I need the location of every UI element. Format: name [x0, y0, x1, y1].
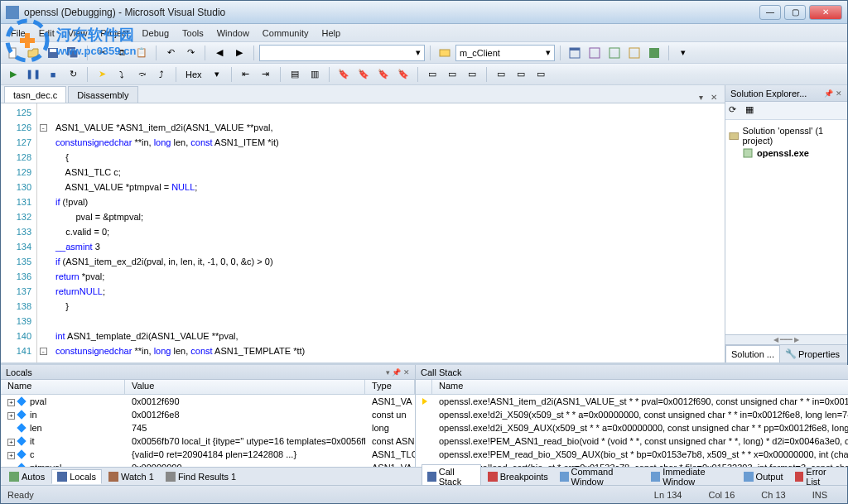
col-stack-name[interactable]: Name: [432, 380, 848, 394]
uncomment-button[interactable]: ▥: [306, 65, 324, 84]
undo-button[interactable]: ↶: [161, 44, 180, 62]
find-combo[interactable]: ▾: [259, 45, 425, 61]
solution-tb-icon[interactable]: ⟳: [729, 104, 742, 118]
win5-icon[interactable]: [645, 44, 663, 62]
debug-dropdown[interactable]: ▾: [208, 65, 226, 84]
tab-find-results[interactable]: Find Results 1: [161, 470, 241, 483]
tab-autos[interactable]: Autos: [4, 470, 50, 483]
stack-row[interactable]: openssl.exe!d2i_X509_AUX(x509_st * * a=0…: [416, 421, 848, 434]
svg-rect-9: [590, 48, 600, 58]
tab-output[interactable]: Output: [739, 470, 788, 483]
menu-community[interactable]: Community: [256, 26, 316, 40]
stop-button[interactable]: ■: [44, 65, 62, 84]
tab-close-icon[interactable]: ✕: [708, 91, 720, 103]
stack-grid[interactable]: Name Lang openssl.exe!ASN1_item_d2i(ASN1…: [416, 380, 848, 467]
tab-locals[interactable]: Locals: [51, 469, 102, 484]
close-button[interactable]: ✕: [809, 5, 842, 20]
step-over-button[interactable]: ⤼: [132, 65, 151, 84]
locals-row[interactable]: +pval0x0012f690ASN1_VA: [1, 395, 415, 408]
col-name[interactable]: Name: [1, 380, 125, 394]
locals-row[interactable]: ptmpval0x00000000ASN1_VA: [1, 461, 415, 467]
code-editor[interactable]: 1251261271281291301311321331341351361371…: [1, 103, 725, 362]
stack-row[interactable]: openssl.exe!PEM_ASN1_read_bio(void * (vo…: [416, 434, 848, 448]
tab-watch1[interactable]: Watch 1: [104, 470, 159, 483]
win-c[interactable]: ▭: [463, 65, 481, 84]
bookmark-prev-button[interactable]: 🔖: [374, 65, 393, 84]
tab-solution-explorer[interactable]: Solution ...: [725, 345, 780, 362]
bookmark-next-button[interactable]: 🔖: [354, 65, 373, 84]
nav-forward-button[interactable]: ▶: [230, 44, 248, 62]
win4-icon[interactable]: [625, 44, 643, 62]
col-value[interactable]: Value: [125, 380, 365, 394]
status-ch: Ch 13: [748, 490, 798, 500]
side-panel-tabs: Solution ... 🔧Properties: [725, 344, 847, 362]
stack-title: Call Stack: [421, 367, 462, 377]
solution-tb-icon2[interactable]: ▦: [745, 104, 759, 118]
maximize-button[interactable]: ▢: [784, 5, 806, 20]
win2-icon[interactable]: [585, 44, 604, 62]
line-gutter: 1251261271281291301311321331341351361371…: [1, 103, 37, 362]
bookmark-button[interactable]: 🔖: [335, 65, 353, 84]
pause-button[interactable]: ❚❚: [24, 65, 42, 84]
col-type[interactable]: Type: [365, 380, 415, 394]
tab-disassembly[interactable]: Disassembly: [68, 86, 137, 103]
call-stack-panel: Call Stack▾ 📌 ✕ Name Lang openssl.exe!AS…: [416, 365, 848, 467]
locals-pin[interactable]: ▾ 📌 ✕: [386, 368, 410, 377]
locals-tabstrip: Autos Locals Watch 1 Find Results 1: [1, 467, 418, 485]
hex-button[interactable]: Hex: [181, 65, 206, 84]
minimize-button[interactable]: ―: [759, 5, 781, 20]
svg-rect-10: [610, 48, 619, 58]
indent-less-button[interactable]: ⇤: [237, 65, 255, 84]
stack-row[interactable]: openssl.exe!ASN1_item_d2i(ASN1_VALUE_st …: [416, 395, 848, 408]
solution-explorer-title[interactable]: Solution Explorer... 📌 ✕: [725, 85, 847, 102]
menu-window[interactable]: Window: [210, 26, 256, 40]
restart-button[interactable]: ↻: [64, 65, 82, 84]
fold-column[interactable]: --: [37, 103, 49, 362]
watermark-text: 河东软件园: [56, 25, 136, 45]
step-out-button[interactable]: ⤴: [152, 65, 171, 84]
menu-help[interactable]: Help: [315, 26, 347, 40]
locals-row[interactable]: +in0x0012f6e8const un: [1, 408, 415, 421]
show-next-button[interactable]: ➤: [93, 65, 111, 84]
tab-dropdown-icon[interactable]: ▾: [695, 91, 706, 103]
document-tabbar: tasn_dec.c Disassembly ▾ ✕: [1, 85, 725, 103]
status-ready: Ready: [7, 490, 34, 500]
stack-row[interactable]: openssl.exe!d2i_X509(x509_st * * a=0x000…: [416, 408, 848, 421]
locals-panel: Locals▾ 📌 ✕ Name Value Type +pval0x0012f…: [1, 365, 416, 467]
tab-breakpoints[interactable]: Breakpoints: [483, 470, 553, 483]
win-e[interactable]: ▭: [512, 65, 530, 84]
step-into-button[interactable]: ⤵: [113, 65, 131, 84]
win-d[interactable]: ▭: [492, 65, 510, 84]
win1-icon[interactable]: [566, 44, 584, 62]
locals-row[interactable]: +c{valid=0 ret=20904184 plen=1242808 ...…: [1, 448, 415, 461]
bookmark-clear-button[interactable]: 🔖: [394, 65, 412, 84]
menu-debug[interactable]: Debug: [136, 26, 176, 40]
project-item[interactable]: openssl.exe: [729, 146, 844, 160]
win-b[interactable]: ▭: [443, 65, 461, 84]
locals-grid[interactable]: Name Value Type +pval0x0012f690ASN1_VA+i…: [1, 380, 415, 467]
solution-tree[interactable]: Solution 'openssl' (1 project) openssl.e…: [725, 120, 847, 334]
locals-row[interactable]: +it0x0056fb70 local_it {itype='' utype=1…: [1, 434, 415, 448]
svg-rect-12: [649, 48, 659, 58]
solution-root[interactable]: Solution 'openssl' (1 project): [729, 125, 844, 146]
win6-icon[interactable]: ▾: [674, 44, 692, 62]
app-icon: [6, 6, 19, 19]
config-combo[interactable]: m_cClient▾: [455, 45, 555, 61]
win3-icon[interactable]: [605, 44, 624, 62]
stack-row[interactable]: openssl.exe!PEM_read_bio_X509_AUX(bio_st…: [416, 448, 848, 461]
comment-button[interactable]: ▤: [286, 65, 304, 84]
solution-icon[interactable]: [436, 44, 454, 62]
redo-button[interactable]: ↷: [181, 44, 200, 62]
indent-more-button[interactable]: ⇥: [257, 65, 275, 84]
pin-icon[interactable]: 📌 ✕: [824, 89, 842, 98]
tab-properties[interactable]: 🔧Properties: [780, 345, 845, 362]
toolbar-debug: ▶ ❚❚ ■ ↻ ➤ ⤵ ⤼ ⤴ Hex ▾ ⇤ ⇥ ▤ ▥ 🔖 🔖 🔖 🔖 ▭…: [1, 64, 847, 85]
win-a[interactable]: ▭: [423, 65, 441, 84]
tab-tasn-dec[interactable]: tasn_dec.c: [4, 86, 66, 103]
start-debug-button[interactable]: ▶: [4, 65, 22, 84]
nav-back-button[interactable]: ◀: [210, 44, 229, 62]
code-body[interactable]: ASN1_VALUE *ASN1_item_d2i(ASN1_VALUE **p…: [49, 103, 725, 362]
menu-tools[interactable]: Tools: [176, 26, 210, 40]
locals-row[interactable]: len745long: [1, 421, 415, 434]
win-f[interactable]: ▭: [532, 65, 550, 84]
